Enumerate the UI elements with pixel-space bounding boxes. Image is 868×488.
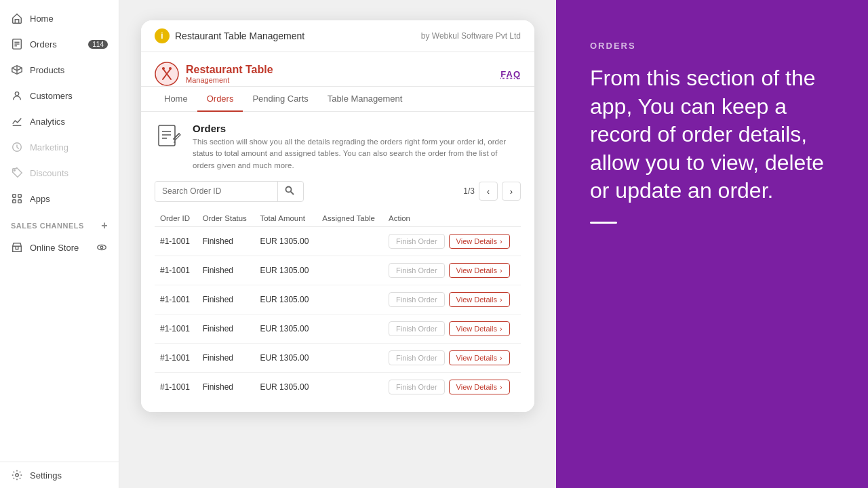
sidebar-item-marketing-label: Marketing — [30, 142, 68, 152]
finish-order-button[interactable]: Finish Order — [389, 380, 445, 394]
cell-action: Finish Order View Details › — [383, 343, 521, 372]
sidebar-item-online-store[interactable]: Online Store — [0, 235, 119, 260]
chevron-right-icon: › — [500, 383, 502, 391]
table-row: #1-1001 Finished EUR 1305.00 Finish Orde… — [155, 372, 521, 401]
sidebar-item-home-label: Home — [30, 14, 54, 24]
view-details-button[interactable]: View Details › — [449, 321, 510, 336]
cell-order-status: Finished — [197, 343, 255, 372]
cell-order-id: #1-1001 — [155, 285, 197, 314]
tab-table-management[interactable]: Table Management — [318, 87, 412, 112]
orders-section-icon — [155, 123, 184, 152]
search-input[interactable] — [155, 182, 277, 200]
main-area: i Restaurant Table Management by Webkul … — [119, 0, 556, 488]
rtm-brand-name: Restaurant Table — [186, 64, 273, 76]
sidebar-item-settings-label: Settings — [30, 470, 62, 481]
right-panel-section-label: ORDERS — [590, 41, 841, 51]
cell-assigned-table — [317, 343, 383, 372]
rtm-brand-sub: Management — [186, 76, 273, 84]
svg-point-11 — [98, 245, 106, 249]
orders-badge: 114 — [88, 40, 108, 49]
view-details-button[interactable]: View Details › — [449, 350, 510, 365]
orders-description: This section will show you all the detai… — [193, 136, 521, 171]
sidebar-item-discounts-label: Discounts — [30, 168, 68, 178]
cell-action: Finish Order View Details › — [383, 226, 521, 256]
sidebar-item-analytics[interactable]: Analytics — [0, 108, 119, 134]
app-by: by Webkul Software Pvt Ltd — [421, 31, 521, 41]
cell-total-amount: EUR 1305.00 — [254, 314, 317, 343]
app-logo-icon: i — [155, 28, 170, 43]
cell-order-status: Finished — [197, 314, 255, 343]
rtm-title: Restaurant Table Management — [186, 64, 273, 84]
app-nav: Home Orders Pending Carts Table Manageme… — [141, 87, 534, 112]
search-button[interactable] — [277, 182, 301, 201]
cell-order-id: #1-1001 — [155, 256, 197, 285]
app-card: i Restaurant Table Management by Webkul … — [141, 20, 534, 412]
view-details-button[interactable]: View Details › — [449, 263, 510, 278]
finish-order-button[interactable]: Finish Order — [389, 350, 445, 365]
finish-order-button[interactable]: Finish Order — [389, 321, 445, 336]
sidebar-item-settings[interactable]: Settings — [0, 462, 119, 488]
cell-action: Finish Order View Details › — [383, 256, 521, 285]
svg-rect-7 — [13, 195, 16, 198]
cell-order-status: Finished — [197, 256, 255, 285]
svg-point-12 — [100, 246, 103, 249]
add-sales-channel-icon[interactable]: + — [101, 220, 108, 232]
sidebar-item-home[interactable]: Home — [0, 5, 119, 31]
faq-button[interactable]: FAQ — [500, 69, 521, 79]
finish-order-button[interactable]: Finish Order — [389, 263, 445, 278]
sidebar-item-orders[interactable]: Orders 114 — [0, 31, 119, 57]
search-row: 1/3 ‹ › — [155, 181, 521, 202]
sidebar-item-apps-label: Apps — [30, 194, 50, 204]
table-row: #1-1001 Finished EUR 1305.00 Finish Orde… — [155, 343, 521, 372]
table-row: #1-1001 Finished EUR 1305.00 Finish Orde… — [155, 226, 521, 256]
orders-text-block: Orders This section will show you all th… — [193, 123, 521, 171]
tab-home[interactable]: Home — [155, 87, 197, 112]
svg-rect-10 — [18, 200, 22, 203]
cell-order-status: Finished — [197, 226, 255, 256]
view-details-button[interactable]: View Details › — [449, 292, 510, 307]
chevron-right-icon: › — [500, 325, 502, 333]
online-store-icon — [11, 241, 23, 253]
svg-point-18 — [169, 67, 172, 70]
cell-order-id: #1-1001 — [155, 314, 197, 343]
cell-action: Finish Order View Details › — [383, 314, 521, 343]
view-details-button[interactable]: View Details › — [449, 380, 510, 394]
app-name: Restaurant Table Management — [175, 30, 304, 41]
finish-order-button[interactable]: Finish Order — [389, 292, 445, 307]
cell-total-amount: EUR 1305.00 — [254, 256, 317, 285]
cell-assigned-table — [317, 256, 383, 285]
cell-assigned-table — [317, 226, 383, 256]
sidebar-item-marketing[interactable]: Marketing — [0, 134, 119, 160]
app-header-bar: i Restaurant Table Management by Webkul … — [141, 20, 534, 52]
next-page-button[interactable]: › — [502, 182, 521, 201]
app-inner-header: Restaurant Table Management FAQ — [141, 52, 534, 87]
chevron-right-icon: › — [500, 266, 502, 274]
orders-section: Orders This section will show you all th… — [141, 112, 534, 412]
cell-action: Finish Order View Details › — [383, 372, 521, 401]
orders-table: Order ID Order Status Total Amount Assig… — [155, 210, 521, 401]
tab-pending-carts[interactable]: Pending Carts — [243, 87, 317, 112]
sidebar-item-customers[interactable]: Customers — [0, 83, 119, 108]
finish-order-button[interactable]: Finish Order — [389, 234, 445, 249]
tab-orders[interactable]: Orders — [197, 87, 243, 112]
cell-total-amount: EUR 1305.00 — [254, 285, 317, 314]
eye-icon[interactable] — [96, 241, 108, 253]
svg-rect-8 — [18, 195, 22, 198]
cell-assigned-table — [317, 314, 383, 343]
chevron-right-icon: › — [500, 237, 502, 245]
search-input-wrap — [155, 181, 304, 202]
sidebar-item-online-store-label: Online Store — [30, 243, 79, 253]
prev-page-button[interactable]: ‹ — [479, 182, 498, 201]
svg-point-24 — [286, 186, 292, 192]
sidebar-item-apps[interactable]: Apps — [0, 186, 119, 211]
sidebar-item-products[interactable]: Products — [0, 57, 119, 83]
app-title-row: i Restaurant Table Management — [155, 28, 304, 43]
cell-order-id: #1-1001 — [155, 372, 197, 401]
cell-assigned-table — [317, 372, 383, 401]
view-details-button[interactable]: View Details › — [449, 234, 510, 249]
sidebar-item-products-label: Products — [30, 65, 64, 75]
cell-order-status: Finished — [197, 285, 255, 314]
sidebar-item-orders-label: Orders — [30, 39, 57, 49]
sidebar-item-discounts[interactable]: Discounts — [0, 160, 119, 186]
col-action: Action — [383, 210, 521, 227]
